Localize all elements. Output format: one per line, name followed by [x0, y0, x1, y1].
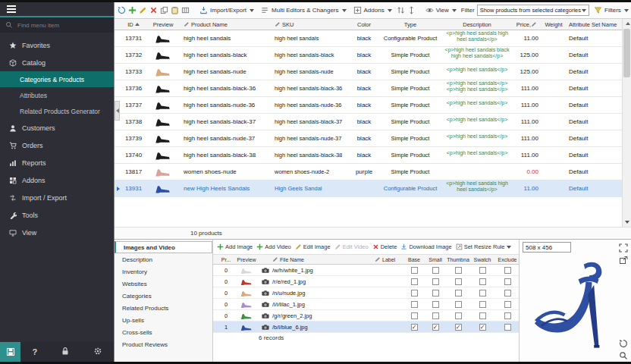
scroll-down-button[interactable] [623, 218, 631, 227]
column-header-id[interactable]: ID [122, 19, 145, 30]
swatch-checkbox[interactable] [470, 287, 494, 298]
sidebar-item-customers[interactable]: Customers [0, 119, 114, 136]
small-checkbox[interactable] [425, 287, 446, 298]
swatch-checkbox[interactable]: ✓ [470, 322, 494, 332]
row-expander[interactable] [115, 130, 122, 146]
edit-product-button[interactable] [139, 5, 147, 16]
swatch-checkbox[interactable] [470, 299, 494, 309]
image-row[interactable]: 0 /g/r/green_2.jpg [213, 310, 519, 322]
image-row[interactable]: 0 /r/e/red_1.jpg [213, 276, 519, 287]
column-header-type[interactable]: Type [380, 19, 441, 30]
table-row[interactable]: 13733 high heel sandals-nude high heel s… [115, 64, 631, 80]
column-header-swatch[interactable]: Swatch [470, 255, 494, 264]
thumbnail-checkbox[interactable] [446, 299, 470, 309]
delete-product-button[interactable] [149, 5, 158, 16]
table-row[interactable]: 13737 high heel sandals-nude-36 high hee… [115, 97, 631, 114]
tab-categories[interactable]: Categories [115, 290, 212, 302]
thumbnail-checkbox[interactable] [446, 276, 470, 287]
tab-related-products[interactable]: Related Products [115, 302, 212, 314]
tab-cross-sells[interactable]: Cross-sells [115, 326, 212, 338]
scroll-up-button[interactable] [623, 19, 631, 28]
category-filter-select[interactable]: Show products from selected categories [477, 5, 589, 16]
help-button[interactable]: ? [32, 347, 37, 356]
download-image-button[interactable]: Download Image [400, 243, 451, 250]
delete-image-button[interactable]: Delete [372, 243, 397, 250]
small-checkbox[interactable]: ✓ [425, 322, 446, 332]
expand-rows-button[interactable] [407, 5, 416, 16]
multi-editors-menu-button[interactable]: Multi Editors & Changers [259, 5, 348, 15]
rotate-image-button[interactable] [619, 337, 628, 347]
sidebar-item-tools[interactable]: Tools [0, 206, 114, 224]
import-export-menu-button[interactable]: Import/Export [197, 5, 256, 15]
column-header-sku[interactable]: SKU [272, 19, 348, 30]
column-header-description[interactable]: Description [441, 19, 513, 30]
sidebar-item-reports[interactable]: Reports [0, 154, 114, 171]
row-expander[interactable] [115, 180, 122, 196]
set-resize-rule-button[interactable]: Set Resize Rule [456, 243, 512, 250]
exclude-checkbox[interactable] [494, 322, 520, 332]
column-header-preview[interactable]: Preview [145, 19, 181, 30]
thumbnail-checkbox[interactable]: ✓ [446, 322, 470, 332]
menu-search-input[interactable]: Find menu item [0, 17, 114, 33]
hamburger-menu-button[interactable] [0, 2, 114, 17]
table-row[interactable]: 13740 high heel sandals-black-38 high he… [115, 147, 631, 164]
image-row[interactable]: 0 /n/u/nude.jpg [213, 287, 519, 299]
sidebar-item-attributes[interactable]: Attributes [0, 87, 114, 103]
sidebar-item-view[interactable]: View [0, 224, 114, 241]
thumbnail-checkbox[interactable] [446, 265, 470, 275]
column-header-base[interactable]: Base [403, 255, 425, 264]
thumbnail-checkbox[interactable] [446, 310, 470, 321]
swatch-checkbox[interactable] [470, 276, 494, 287]
exclude-checkbox[interactable] [494, 310, 520, 321]
row-expander[interactable] [115, 64, 122, 80]
column-header-priority[interactable]: Pr... [219, 255, 233, 264]
image-row-selected[interactable]: 1 /b/l/blue_6.jpg ✓ ✓ ✓ ✓ [213, 322, 519, 333]
column-header-attribute-set[interactable]: Attribute Set Name [567, 19, 623, 30]
addons-menu-button[interactable]: Addons [351, 5, 394, 15]
column-header-price[interactable]: Price, [513, 19, 541, 30]
fullscreen-button[interactable] [619, 242, 628, 251]
tab-product-reviews[interactable]: Product Reviews [115, 338, 212, 350]
row-expander[interactable] [115, 30, 122, 46]
column-header-weight[interactable]: Weight [541, 19, 567, 30]
column-header-color[interactable]: Color [348, 19, 380, 30]
row-expander[interactable] [115, 164, 122, 180]
columns-button[interactable] [181, 5, 190, 16]
row-expander[interactable] [115, 147, 122, 163]
sidebar-item-related-products-generator[interactable]: Related Products Generator [0, 103, 114, 119]
exclude-checkbox[interactable] [494, 287, 520, 298]
small-checkbox[interactable] [425, 276, 446, 287]
row-expander[interactable] [115, 47, 122, 63]
tab-images-and-video[interactable]: Images and Video [115, 241, 212, 253]
base-checkbox[interactable]: ✓ [403, 322, 425, 332]
refresh-button[interactable] [118, 5, 126, 16]
open-external-button[interactable] [619, 254, 628, 263]
image-row[interactable]: 0 /w/h/white_1.jpg [213, 265, 519, 276]
view-menu-button[interactable]: View [423, 5, 459, 15]
filters-button[interactable]: Filters [592, 5, 631, 15]
save-button[interactable] [0, 342, 20, 362]
column-header-exclude[interactable]: Exclude [494, 255, 520, 264]
base-checkbox[interactable] [403, 299, 425, 309]
sidebar-item-addons[interactable]: Addons [0, 171, 114, 189]
tab-inventory[interactable]: Inventory [115, 265, 212, 278]
tab-description[interactable]: Description [115, 253, 212, 265]
column-header-label[interactable]: Label [373, 255, 403, 264]
vertical-scrollbar[interactable] [622, 19, 631, 227]
small-checkbox[interactable] [425, 299, 446, 309]
table-row[interactable]: 13738 high heel sandals-black-37 high he… [115, 114, 631, 130]
sidebar-item-orders[interactable]: Orders [0, 136, 114, 154]
image-row[interactable]: 0 /l/i/lilac_1.jpg [213, 299, 519, 310]
base-checkbox[interactable] [403, 287, 425, 298]
table-row[interactable]: 13736 high heel sandals-black-36 high he… [115, 80, 631, 97]
sidebar-item-favorites[interactable]: Favorites [0, 36, 114, 54]
thumbnail-checkbox[interactable] [446, 287, 470, 298]
add-image-button[interactable]: Add Image [217, 243, 253, 250]
sidebar-item-import-export[interactable]: Import / Export [0, 189, 114, 206]
edit-image-button[interactable]: Edit Image [295, 243, 331, 250]
lock-button[interactable] [61, 345, 70, 359]
edit-video-button[interactable]: Edit Video [334, 243, 369, 250]
sidebar-item-categories-products[interactable]: Categories & Products [0, 71, 114, 87]
image-size-field[interactable]: 508 x 456 [523, 242, 571, 253]
table-row[interactable]: 13817 women shoes-nude women shoes-nude-… [115, 164, 631, 180]
